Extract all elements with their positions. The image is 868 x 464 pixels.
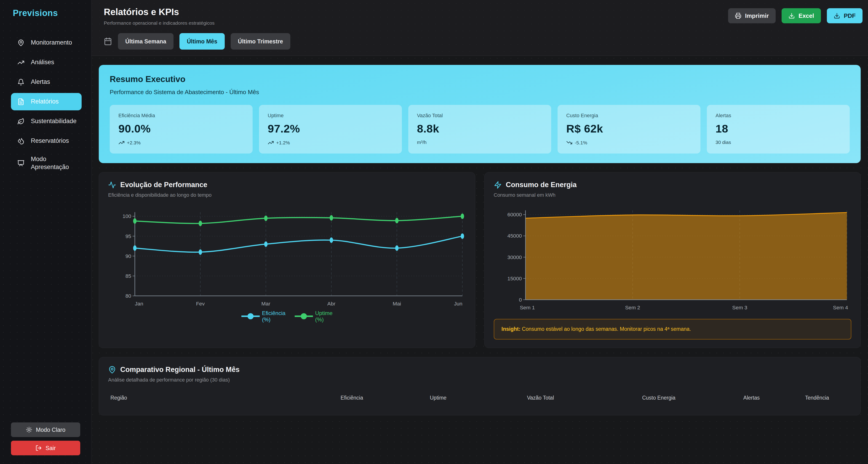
calendar-icon <box>104 37 112 45</box>
page-header: Relatórios e KPIs Performance operaciona… <box>91 0 868 56</box>
trending-up-icon <box>18 59 25 66</box>
svg-text:Jun: Jun <box>454 301 462 307</box>
main-area: Relatórios e KPIs Performance operaciona… <box>91 0 868 464</box>
page-subtitle: Performance operacional e indicadores es… <box>104 20 214 26</box>
kpi-value: 8.8k <box>417 122 542 135</box>
col-alertas: Alertas <box>718 395 785 401</box>
sidebar-item-label: Reservatórios <box>31 137 69 145</box>
activity-icon <box>108 181 116 189</box>
svg-text:30000: 30000 <box>507 254 522 260</box>
trending-down-icon <box>566 140 572 146</box>
chart-subtitle: Eficiência e disponibilidade ao longo do… <box>108 192 466 198</box>
sidebar-item-reservatorios[interactable]: Reservatórios <box>11 132 82 150</box>
kpi-value: 90.0% <box>118 122 244 135</box>
sidebar-item-sustentabilidade[interactable]: Sustentabilidade <box>11 112 82 130</box>
sidebar-nav: Monitoramento Análises Alertas Relatório… <box>0 23 91 423</box>
regional-table-card: Comparativo Regional - Último Mês Anális… <box>99 357 861 415</box>
kpi-row: Eficiência Média 90.0% +2.3% Uptime 97.2… <box>110 105 850 154</box>
sidebar-item-label: Relatórios <box>31 98 59 105</box>
sidebar-footer: Modo Claro Sair <box>0 423 91 464</box>
col-regiao: Região <box>111 395 309 401</box>
kpi-label: Alertas <box>715 112 841 119</box>
kpi-card-vazao: Vazão Total 8.8k m³/h <box>408 105 551 154</box>
trending-up-icon <box>268 140 274 146</box>
theme-toggle-label: Modo Claro <box>36 427 65 433</box>
export-pdf-button[interactable]: PDF <box>827 8 863 23</box>
performance-chart-card: Evolução de Performance Eficiência e dis… <box>99 172 475 348</box>
kpi-sub-value: m³/h <box>417 140 427 145</box>
svg-text:80: 80 <box>125 293 131 299</box>
sidebar-item-monitoramento[interactable]: Monitoramento <box>11 34 82 52</box>
summary-title: Resumo Executivo <box>110 74 850 84</box>
svg-text:Jan: Jan <box>135 301 143 307</box>
kpi-value: R$ 62k <box>566 122 692 135</box>
kpi-label: Eficiência Média <box>118 112 244 119</box>
energy-area-chart: 015000300004500060000Sem 1Sem 2Sem 3Sem … <box>494 206 851 312</box>
kpi-sub-value: +1.2% <box>276 140 290 145</box>
kpi-label: Custo Energia <box>566 112 692 119</box>
period-filter: Última Semana Último Mês Último Trimestr… <box>104 33 863 49</box>
logout-button[interactable]: Sair <box>11 441 80 455</box>
chart-subtitle: Consumo semanal em kWh <box>494 192 851 198</box>
header-actions: Imprimir Excel PDF <box>728 8 863 23</box>
filter-ultima-semana[interactable]: Última Semana <box>118 33 174 49</box>
page-content: Resumo Executivo Performance do Sistema … <box>91 56 868 464</box>
kpi-card-alertas: Alertas 18 30 dias <box>707 105 850 154</box>
download-icon <box>834 12 840 19</box>
svg-text:60000: 60000 <box>507 211 522 218</box>
col-uptime: Uptime <box>395 395 482 401</box>
svg-text:95: 95 <box>125 233 131 239</box>
kpi-sub-value: 30 dias <box>715 140 731 145</box>
theme-toggle-button[interactable]: Modo Claro <box>11 423 80 437</box>
svg-text:45000: 45000 <box>507 233 522 239</box>
filter-ultimo-mes[interactable]: Último Mês <box>180 33 224 49</box>
kpi-sub-value: +2.3% <box>127 140 141 145</box>
sidebar-item-label: Alertas <box>31 78 50 86</box>
kpi-label: Uptime <box>268 112 393 119</box>
svg-text:Sem 2: Sem 2 <box>625 304 640 310</box>
legend-item: Eficiência (%) <box>241 310 285 323</box>
log-out-icon <box>35 445 42 451</box>
svg-text:Mai: Mai <box>393 301 401 307</box>
svg-text:Sem 3: Sem 3 <box>732 304 747 310</box>
droplets-icon <box>18 137 25 144</box>
bell-icon <box>18 78 25 86</box>
sidebar-item-label: Sustentabilidade <box>31 117 76 125</box>
sidebar-item-alertas[interactable]: Alertas <box>11 73 82 91</box>
sidebar-item-analises[interactable]: Análises <box>11 54 82 71</box>
app-logo: Previsions <box>0 0 91 23</box>
sidebar: Previsions Monitoramento Análises Alerta… <box>0 0 91 464</box>
kpi-card-custo: Custo Energia R$ 62k -5.1% <box>558 105 701 154</box>
table-subtitle: Análise detalhada de performance por reg… <box>108 377 851 383</box>
regional-table: Região Eficiência Uptime Vazão Total Cus… <box>108 391 851 407</box>
print-button[interactable]: Imprimir <box>728 8 776 23</box>
print-label: Imprimir <box>745 12 769 20</box>
trending-up-icon <box>118 140 125 146</box>
svg-text:90: 90 <box>125 253 131 259</box>
executive-summary-card: Resumo Executivo Performance do Sistema … <box>99 65 861 163</box>
download-icon <box>788 12 795 19</box>
sidebar-item-label: Modo Apresentação <box>31 155 73 171</box>
leaf-icon <box>18 118 25 125</box>
kpi-sub-value: -5.1% <box>575 140 587 145</box>
svg-text:Sem 4: Sem 4 <box>833 304 848 310</box>
legend-label: Eficiência (%) <box>262 310 285 323</box>
col-tendencia: Tendência <box>785 395 849 401</box>
chart-title: Consumo de Energia <box>506 181 577 189</box>
col-eficiencia: Eficiência <box>309 395 395 401</box>
chart-title: Evolução de Performance <box>120 181 207 189</box>
energy-area-chart-svg: 015000300004500060000Sem 1Sem 2Sem 3Sem … <box>494 206 851 312</box>
filter-ultimo-trimestre[interactable]: Último Trimestre <box>231 33 290 49</box>
kpi-label: Vazão Total <box>417 112 542 119</box>
svg-text:Abr: Abr <box>328 301 336 307</box>
insight-label: Insight: <box>501 326 521 332</box>
col-custo-energia: Custo Energia <box>600 395 718 401</box>
sidebar-item-relatorios[interactable]: Relatórios <box>11 93 82 110</box>
file-text-icon <box>18 98 25 105</box>
table-header-row: Região Eficiência Uptime Vazão Total Cus… <box>108 391 851 407</box>
export-excel-button[interactable]: Excel <box>782 8 821 23</box>
map-pin-icon <box>108 366 116 374</box>
legend-marker-icon <box>241 311 260 321</box>
svg-text:0: 0 <box>519 297 522 303</box>
sidebar-item-modo-apresentacao[interactable]: Modo Apresentação <box>11 152 80 174</box>
